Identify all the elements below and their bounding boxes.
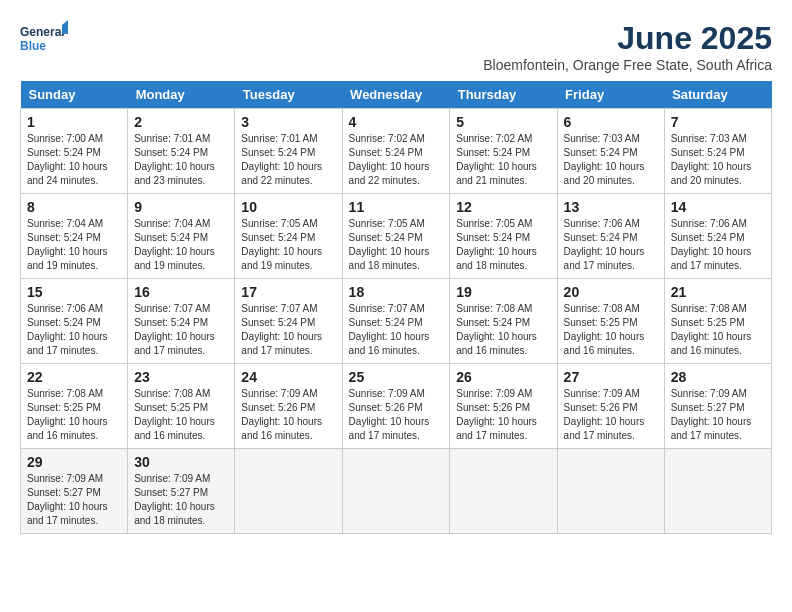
day-cell-18: 18 Sunrise: 7:07 AM Sunset: 5:24 PM Dayl…: [342, 279, 450, 364]
day-info: Sunrise: 7:09 AM Sunset: 5:26 PM Dayligh…: [241, 387, 335, 443]
day-cell-5: 5 Sunrise: 7:02 AM Sunset: 5:24 PM Dayli…: [450, 109, 557, 194]
day-number: 22: [27, 369, 121, 385]
day-cell-25: 25 Sunrise: 7:09 AM Sunset: 5:26 PM Dayl…: [342, 364, 450, 449]
day-cell-6: 6 Sunrise: 7:03 AM Sunset: 5:24 PM Dayli…: [557, 109, 664, 194]
day-number: 30: [134, 454, 228, 470]
day-number: 9: [134, 199, 228, 215]
logo: General Blue: [20, 20, 68, 60]
header-tuesday: Tuesday: [235, 81, 342, 109]
day-cell-22: 22 Sunrise: 7:08 AM Sunset: 5:25 PM Dayl…: [21, 364, 128, 449]
day-cell-23: 23 Sunrise: 7:08 AM Sunset: 5:25 PM Dayl…: [128, 364, 235, 449]
day-cell-4: 4 Sunrise: 7:02 AM Sunset: 5:24 PM Dayli…: [342, 109, 450, 194]
day-info: Sunrise: 7:06 AM Sunset: 5:24 PM Dayligh…: [27, 302, 121, 358]
day-cell-14: 14 Sunrise: 7:06 AM Sunset: 5:24 PM Dayl…: [664, 194, 771, 279]
day-info: Sunrise: 7:06 AM Sunset: 5:24 PM Dayligh…: [564, 217, 658, 273]
day-cell-21: 21 Sunrise: 7:08 AM Sunset: 5:25 PM Dayl…: [664, 279, 771, 364]
day-info: Sunrise: 7:00 AM Sunset: 5:24 PM Dayligh…: [27, 132, 121, 188]
day-info: Sunrise: 7:05 AM Sunset: 5:24 PM Dayligh…: [241, 217, 335, 273]
day-info: Sunrise: 7:01 AM Sunset: 5:24 PM Dayligh…: [134, 132, 228, 188]
week-row-5: 29 Sunrise: 7:09 AM Sunset: 5:27 PM Dayl…: [21, 449, 772, 534]
svg-marker-2: [62, 20, 68, 34]
day-info: Sunrise: 7:09 AM Sunset: 5:26 PM Dayligh…: [456, 387, 550, 443]
svg-text:General: General: [20, 25, 65, 39]
day-number: 19: [456, 284, 550, 300]
day-cell-7: 7 Sunrise: 7:03 AM Sunset: 5:24 PM Dayli…: [664, 109, 771, 194]
empty-cell: [557, 449, 664, 534]
day-number: 7: [671, 114, 765, 130]
logo-icon: General Blue: [20, 20, 68, 60]
week-row-4: 22 Sunrise: 7:08 AM Sunset: 5:25 PM Dayl…: [21, 364, 772, 449]
day-cell-13: 13 Sunrise: 7:06 AM Sunset: 5:24 PM Dayl…: [557, 194, 664, 279]
day-number: 11: [349, 199, 444, 215]
month-title: June 2025: [483, 20, 772, 57]
day-number: 18: [349, 284, 444, 300]
location-subtitle: Bloemfontein, Orange Free State, South A…: [483, 57, 772, 73]
svg-text:Blue: Blue: [20, 39, 46, 53]
day-number: 23: [134, 369, 228, 385]
day-info: Sunrise: 7:07 AM Sunset: 5:24 PM Dayligh…: [349, 302, 444, 358]
day-cell-27: 27 Sunrise: 7:09 AM Sunset: 5:26 PM Dayl…: [557, 364, 664, 449]
day-cell-29: 29 Sunrise: 7:09 AM Sunset: 5:27 PM Dayl…: [21, 449, 128, 534]
day-info: Sunrise: 7:04 AM Sunset: 5:24 PM Dayligh…: [134, 217, 228, 273]
day-info: Sunrise: 7:07 AM Sunset: 5:24 PM Dayligh…: [241, 302, 335, 358]
day-number: 14: [671, 199, 765, 215]
header-friday: Friday: [557, 81, 664, 109]
day-number: 5: [456, 114, 550, 130]
empty-cell: [235, 449, 342, 534]
day-number: 25: [349, 369, 444, 385]
day-info: Sunrise: 7:09 AM Sunset: 5:27 PM Dayligh…: [27, 472, 121, 528]
day-cell-17: 17 Sunrise: 7:07 AM Sunset: 5:24 PM Dayl…: [235, 279, 342, 364]
empty-cell: [450, 449, 557, 534]
day-info: Sunrise: 7:09 AM Sunset: 5:26 PM Dayligh…: [564, 387, 658, 443]
day-info: Sunrise: 7:03 AM Sunset: 5:24 PM Dayligh…: [671, 132, 765, 188]
header-sunday: Sunday: [21, 81, 128, 109]
day-number: 2: [134, 114, 228, 130]
header-monday: Monday: [128, 81, 235, 109]
day-info: Sunrise: 7:08 AM Sunset: 5:25 PM Dayligh…: [671, 302, 765, 358]
day-number: 3: [241, 114, 335, 130]
empty-cell: [664, 449, 771, 534]
day-info: Sunrise: 7:06 AM Sunset: 5:24 PM Dayligh…: [671, 217, 765, 273]
day-number: 10: [241, 199, 335, 215]
day-cell-30: 30 Sunrise: 7:09 AM Sunset: 5:27 PM Dayl…: [128, 449, 235, 534]
weekday-header-row: Sunday Monday Tuesday Wednesday Thursday…: [21, 81, 772, 109]
day-cell-20: 20 Sunrise: 7:08 AM Sunset: 5:25 PM Dayl…: [557, 279, 664, 364]
day-info: Sunrise: 7:04 AM Sunset: 5:24 PM Dayligh…: [27, 217, 121, 273]
day-cell-2: 2 Sunrise: 7:01 AM Sunset: 5:24 PM Dayli…: [128, 109, 235, 194]
day-cell-10: 10 Sunrise: 7:05 AM Sunset: 5:24 PM Dayl…: [235, 194, 342, 279]
day-number: 20: [564, 284, 658, 300]
day-number: 8: [27, 199, 121, 215]
day-number: 27: [564, 369, 658, 385]
day-number: 24: [241, 369, 335, 385]
day-info: Sunrise: 7:08 AM Sunset: 5:24 PM Dayligh…: [456, 302, 550, 358]
header: General Blue June 2025 Bloemfontein, Ora…: [20, 20, 772, 73]
calendar-table: Sunday Monday Tuesday Wednesday Thursday…: [20, 81, 772, 534]
empty-cell: [342, 449, 450, 534]
day-cell-8: 8 Sunrise: 7:04 AM Sunset: 5:24 PM Dayli…: [21, 194, 128, 279]
day-info: Sunrise: 7:05 AM Sunset: 5:24 PM Dayligh…: [456, 217, 550, 273]
day-info: Sunrise: 7:09 AM Sunset: 5:27 PM Dayligh…: [671, 387, 765, 443]
day-number: 12: [456, 199, 550, 215]
week-row-1: 1 Sunrise: 7:00 AM Sunset: 5:24 PM Dayli…: [21, 109, 772, 194]
day-info: Sunrise: 7:08 AM Sunset: 5:25 PM Dayligh…: [564, 302, 658, 358]
week-row-2: 8 Sunrise: 7:04 AM Sunset: 5:24 PM Dayli…: [21, 194, 772, 279]
day-number: 21: [671, 284, 765, 300]
header-wednesday: Wednesday: [342, 81, 450, 109]
week-row-3: 15 Sunrise: 7:06 AM Sunset: 5:24 PM Dayl…: [21, 279, 772, 364]
day-info: Sunrise: 7:07 AM Sunset: 5:24 PM Dayligh…: [134, 302, 228, 358]
day-info: Sunrise: 7:08 AM Sunset: 5:25 PM Dayligh…: [27, 387, 121, 443]
day-cell-16: 16 Sunrise: 7:07 AM Sunset: 5:24 PM Dayl…: [128, 279, 235, 364]
day-cell-12: 12 Sunrise: 7:05 AM Sunset: 5:24 PM Dayl…: [450, 194, 557, 279]
day-number: 1: [27, 114, 121, 130]
day-cell-9: 9 Sunrise: 7:04 AM Sunset: 5:24 PM Dayli…: [128, 194, 235, 279]
day-info: Sunrise: 7:09 AM Sunset: 5:27 PM Dayligh…: [134, 472, 228, 528]
day-cell-3: 3 Sunrise: 7:01 AM Sunset: 5:24 PM Dayli…: [235, 109, 342, 194]
day-info: Sunrise: 7:03 AM Sunset: 5:24 PM Dayligh…: [564, 132, 658, 188]
day-info: Sunrise: 7:05 AM Sunset: 5:24 PM Dayligh…: [349, 217, 444, 273]
day-number: 28: [671, 369, 765, 385]
day-info: Sunrise: 7:01 AM Sunset: 5:24 PM Dayligh…: [241, 132, 335, 188]
day-number: 17: [241, 284, 335, 300]
day-info: Sunrise: 7:08 AM Sunset: 5:25 PM Dayligh…: [134, 387, 228, 443]
day-info: Sunrise: 7:09 AM Sunset: 5:26 PM Dayligh…: [349, 387, 444, 443]
day-info: Sunrise: 7:02 AM Sunset: 5:24 PM Dayligh…: [349, 132, 444, 188]
